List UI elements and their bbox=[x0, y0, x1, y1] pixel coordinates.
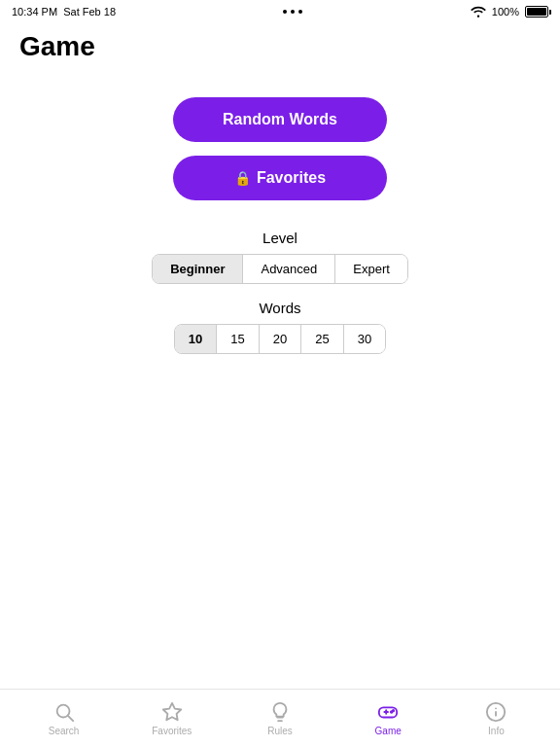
lock-icon: 🔒 bbox=[234, 170, 251, 186]
nav-info[interactable]: Info bbox=[442, 701, 550, 736]
nav-favorites-label: Favorites bbox=[152, 726, 192, 736]
level-segment-control: Beginner Advanced Expert bbox=[152, 254, 408, 284]
nav-rules-label: Rules bbox=[267, 726, 293, 736]
nav-favorites[interactable]: Favorites bbox=[118, 701, 226, 736]
status-time-date: 10:34 PM Sat Feb 18 bbox=[12, 6, 116, 18]
page-header: Game bbox=[0, 23, 560, 78]
bulb-icon bbox=[269, 701, 291, 723]
gamepad-icon bbox=[377, 701, 399, 723]
level-advanced[interactable]: Advanced bbox=[243, 255, 335, 283]
random-words-label: Random Words bbox=[223, 111, 337, 128]
wifi-icon bbox=[471, 6, 486, 18]
words-segment-control: 10 15 20 25 30 bbox=[174, 324, 386, 354]
main-content: Random Words 🔒 Favorites Level Beginner … bbox=[0, 78, 560, 374]
status-center-dots bbox=[283, 10, 302, 14]
words-label: Words bbox=[259, 300, 300, 316]
battery-fill bbox=[527, 8, 546, 16]
battery-icon bbox=[525, 6, 548, 18]
level-label: Level bbox=[262, 230, 298, 246]
words-30[interactable]: 30 bbox=[344, 325, 385, 353]
page-title: Game bbox=[19, 31, 541, 62]
favorites-label: Favorites bbox=[257, 169, 326, 187]
svg-point-9 bbox=[393, 709, 394, 710]
nav-search-label: Search bbox=[49, 726, 80, 736]
words-section: Words 10 15 20 25 30 bbox=[174, 300, 386, 354]
search-icon bbox=[53, 701, 75, 723]
svg-marker-2 bbox=[163, 702, 181, 719]
words-10[interactable]: 10 bbox=[175, 325, 217, 353]
info-icon bbox=[485, 701, 507, 723]
dot3 bbox=[298, 10, 302, 14]
nav-info-label: Info bbox=[488, 726, 505, 736]
level-expert[interactable]: Expert bbox=[335, 255, 407, 283]
level-beginner[interactable]: Beginner bbox=[153, 255, 243, 283]
words-25[interactable]: 25 bbox=[301, 325, 343, 353]
bottom-nav: Search Favorites Rules Game Info bbox=[0, 689, 560, 747]
status-right: 100% bbox=[471, 6, 548, 18]
level-section: Level Beginner Advanced Expert bbox=[152, 230, 408, 284]
nav-rules[interactable]: Rules bbox=[226, 701, 333, 736]
svg-line-1 bbox=[68, 716, 73, 721]
star-icon bbox=[161, 701, 183, 723]
words-20[interactable]: 20 bbox=[260, 325, 301, 353]
status-bar: 10:34 PM Sat Feb 18 100% bbox=[0, 0, 560, 23]
words-15[interactable]: 15 bbox=[217, 325, 259, 353]
nav-game-label: Game bbox=[375, 726, 402, 736]
nav-search[interactable]: Search bbox=[10, 701, 118, 736]
battery-percent: 100% bbox=[492, 6, 519, 18]
nav-game[interactable]: Game bbox=[334, 701, 442, 736]
random-words-button[interactable]: Random Words bbox=[173, 97, 387, 142]
dot1 bbox=[283, 10, 287, 14]
favorites-button[interactable]: 🔒 Favorites bbox=[173, 156, 387, 200]
dot2 bbox=[291, 10, 295, 14]
